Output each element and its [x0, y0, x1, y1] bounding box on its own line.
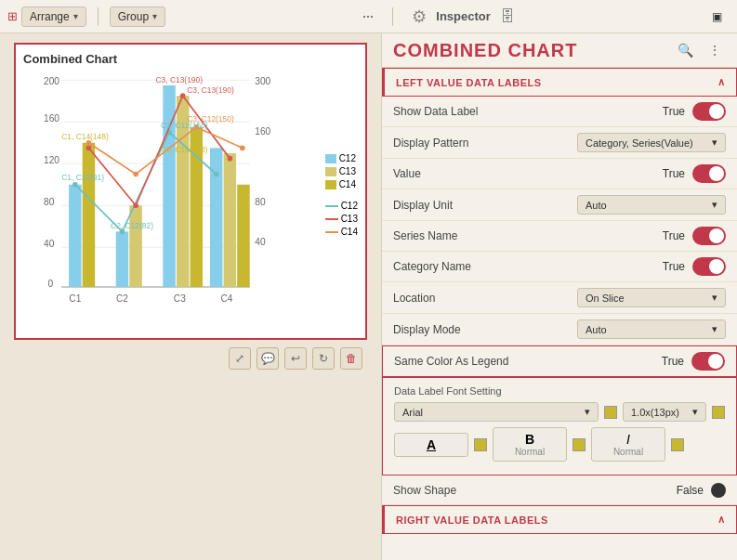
right-data-labels-section[interactable]: RIGHT VALUE DATA LABELS ∧ — [382, 505, 737, 534]
show-data-label-row: Show Data Label True — [382, 97, 737, 127]
arrange-button[interactable]: Arrange ▾ — [21, 7, 86, 27]
value-value: True — [629, 167, 685, 180]
legend-item-line-c13: C13 — [325, 214, 358, 224]
display-unit-select[interactable]: Auto ▾ — [577, 195, 726, 215]
svg-rect-25 — [237, 185, 250, 287]
display-mode-label: Display Mode — [393, 323, 577, 336]
legend-item-bar-c14: C14 — [325, 179, 358, 189]
left-data-labels-section[interactable]: LEFT VALUE DATA LABELS ∧ — [382, 68, 737, 97]
display-mode-row: Display Mode Auto ▾ — [382, 314, 737, 345]
legend-item-line-c12: C12 — [325, 201, 358, 211]
legend-bar-c12 — [325, 154, 336, 163]
group-label: Group — [118, 10, 149, 23]
comment-button[interactable]: 💬 — [257, 347, 279, 370]
inspector-content: LEFT VALUE DATA LABELS ∧ Show Data Label… — [382, 68, 737, 560]
display-unit-row: Display Unit Auto ▾ — [382, 189, 737, 221]
svg-point-32 — [180, 93, 186, 98]
underline-style-button[interactable]: A — [394, 433, 468, 457]
share-button[interactable]: ↩ — [284, 347, 307, 370]
display-pattern-row: Display Pattern Category, Series(Value) … — [382, 127, 737, 159]
bold-sublabel: Normal — [505, 447, 555, 457]
right-section-collapse-icon: ∧ — [717, 514, 726, 526]
legend-item-line-c14: C14 — [325, 227, 358, 237]
svg-point-35 — [133, 172, 138, 177]
left-section-title: LEFT VALUE DATA LABELS — [396, 77, 542, 88]
svg-text:C2, C12(82): C2, C12(82) — [111, 221, 153, 230]
panel-toggle-button[interactable]: ▣ — [704, 7, 730, 26]
svg-text:C3: C3 — [174, 293, 186, 304]
location-select[interactable]: On Slice ▾ — [577, 288, 726, 307]
value-row: Value True — [382, 159, 737, 189]
svg-rect-16 — [69, 185, 82, 287]
refresh-button[interactable]: ↻ — [312, 347, 335, 370]
db-icon: 🗄 — [500, 8, 515, 25]
inspector-more-button[interactable]: ⋮ — [704, 39, 726, 61]
font-color-swatch-2[interactable] — [712, 406, 725, 419]
group-chevron-icon: ▾ — [152, 11, 157, 21]
legend-line-c13 — [325, 218, 338, 220]
svg-text:C3, C13(190): C3, C13(190) — [155, 75, 203, 85]
chart-svg: 200 160 120 80 40 0 300 160 80 40 — [23, 70, 320, 320]
svg-point-29 — [214, 172, 219, 177]
svg-rect-24 — [224, 153, 237, 287]
location-chevron-icon: ▾ — [712, 292, 717, 304]
category-name-value: True — [629, 260, 685, 273]
font-size-chevron-icon: ▾ — [692, 406, 698, 418]
svg-point-37 — [240, 146, 245, 151]
italic-color-swatch[interactable] — [671, 438, 684, 451]
toolbar-more-button[interactable]: ⋯ — [355, 7, 381, 26]
delete-button[interactable]: 🗑 — [340, 347, 362, 370]
legend-label-line-c13: C13 — [341, 214, 358, 224]
svg-rect-18 — [116, 231, 129, 287]
inspector-header: COMBINED CHART 🔍 ⋮ — [382, 33, 737, 68]
gear-icon: ⚙ — [412, 7, 427, 27]
inspector-panel: COMBINED CHART 🔍 ⋮ LEFT VALUE DATA LABEL… — [381, 33, 737, 560]
display-pattern-label: Display Pattern — [393, 137, 577, 150]
combined-chart-title: COMBINED CHART — [393, 40, 577, 61]
font-size-value: 1.0x(13px) — [631, 407, 679, 418]
show-shape-circle[interactable] — [711, 483, 726, 498]
same-color-toggle[interactable] — [691, 352, 725, 371]
font-name-chevron-icon: ▾ — [585, 406, 590, 418]
svg-text:300: 300 — [255, 76, 270, 86]
font-size-select[interactable]: 1.0x(13px) ▾ — [623, 402, 706, 422]
svg-text:C3, C14(123): C3, C14(123) — [161, 145, 208, 154]
italic-icon: I — [603, 432, 653, 447]
font-color-swatch-1[interactable] — [604, 406, 617, 419]
search-button[interactable]: 🔍 — [674, 39, 696, 61]
display-unit-value: Auto — [586, 200, 607, 211]
show-data-label-toggle[interactable] — [692, 102, 726, 121]
legend-label-line-c14: C14 — [341, 227, 358, 237]
font-name-select[interactable]: Arial ▾ — [394, 402, 599, 422]
fullscreen-button[interactable]: ⤢ — [229, 347, 251, 370]
underline-color-swatch[interactable] — [474, 438, 487, 451]
italic-style-button[interactable]: I Normal — [591, 427, 665, 462]
toolbar-divider-1 — [98, 7, 99, 26]
svg-text:C3, C12(150): C3, C12(150) — [187, 114, 234, 124]
category-name-row: Category Name True — [382, 252, 737, 282]
legend-label-bar-c13: C13 — [339, 166, 356, 176]
group-group: Group ▾ — [110, 7, 165, 27]
font-name-value: Arial — [402, 407, 423, 418]
bold-color-swatch[interactable] — [572, 438, 586, 451]
same-color-label: Same Color As Legend — [394, 355, 628, 368]
chart-container[interactable]: Combined Chart 200 160 120 80 40 0 300 1… — [14, 43, 367, 340]
font-section-label: Data Label Font Setting — [394, 385, 725, 397]
display-pattern-select[interactable]: Category, Series(Value) ▾ — [577, 133, 726, 152]
svg-text:C1, C12(91): C1, C12(91) — [61, 173, 104, 182]
svg-text:C2: C2 — [116, 293, 128, 304]
series-name-toggle[interactable] — [692, 227, 726, 245]
svg-text:40: 40 — [255, 237, 266, 247]
category-name-toggle[interactable] — [692, 257, 726, 276]
series-name-row: Series Name True — [382, 221, 737, 252]
arrange-label: Arrange — [30, 10, 70, 23]
group-button[interactable]: Group ▾ — [110, 7, 165, 27]
legend-line-c12 — [325, 205, 338, 207]
display-mode-select[interactable]: Auto ▾ — [577, 319, 726, 339]
display-mode-value: Auto — [586, 324, 607, 335]
font-style-row: A B Normal I Normal — [394, 427, 725, 462]
value-toggle[interactable] — [692, 164, 726, 183]
show-shape-row: Show Shape False — [382, 475, 737, 505]
bold-style-button[interactable]: B Normal — [493, 427, 567, 462]
location-row: Location On Slice ▾ — [382, 282, 737, 314]
